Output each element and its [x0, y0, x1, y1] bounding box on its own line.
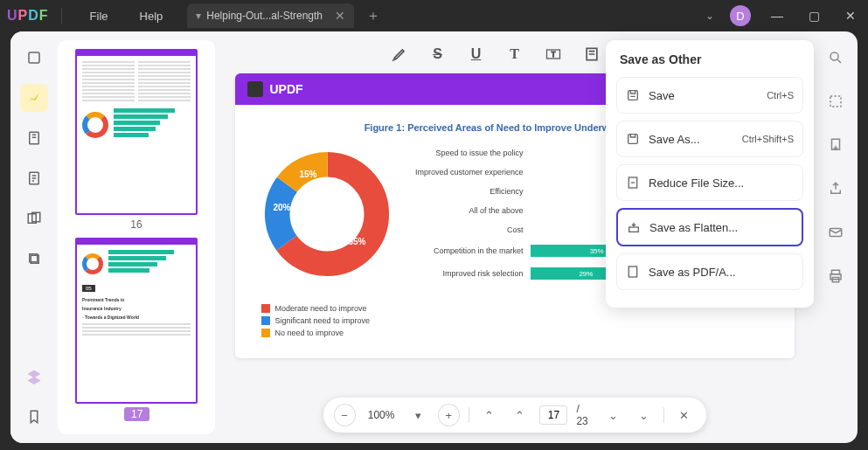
- text-icon[interactable]: T: [506, 45, 524, 63]
- svg-rect-0: [29, 52, 39, 63]
- save-as-other-panel: Save as Other SaveCtrl+S Save As...Ctrl+…: [606, 40, 814, 308]
- page-input[interactable]: [539, 405, 567, 425]
- copy-tool[interactable]: [20, 245, 48, 273]
- save-as-button[interactable]: Save As...Ctrl+Shift+S: [616, 121, 803, 157]
- document-tab[interactable]: ▾ Helping-Out...al-Strength ✕: [187, 3, 354, 28]
- thumbnail-page-16[interactable]: 16: [75, 49, 198, 231]
- last-page-button[interactable]: ⌄: [633, 404, 655, 426]
- save-as-flatten-button[interactable]: Save as Flatten...: [616, 208, 803, 246]
- svg-point-13: [830, 52, 838, 60]
- menu-help[interactable]: Help: [124, 10, 179, 23]
- first-page-button[interactable]: ⌃: [478, 404, 500, 426]
- svg-rect-23: [629, 227, 639, 232]
- prev-page-button[interactable]: ⌃: [509, 404, 531, 426]
- search-icon[interactable]: [822, 44, 850, 72]
- page-total: / 23: [576, 403, 593, 427]
- page-navigation: − 100% ▾ + ⌃ ⌃ / 23 ⌄ ⌄ ✕: [323, 398, 705, 433]
- chart-legend: Moderate need to improve Significant nee…: [261, 304, 768, 337]
- thumbnail-panel[interactable]: 16 05 Prominent Trends in Insurance Indu…: [58, 40, 215, 434]
- save-icon: [626, 88, 640, 102]
- donut-chart: 65% 20% 15%: [261, 149, 392, 280]
- thumbnail-page-17[interactable]: 05 Prominent Trends in Insurance Industr…: [75, 238, 198, 421]
- note-icon[interactable]: [583, 45, 601, 63]
- ocr-icon[interactable]: [822, 87, 850, 115]
- close-button[interactable]: ✕: [840, 9, 861, 23]
- tab-close-icon[interactable]: ✕: [335, 9, 345, 23]
- reduce-file-size-button[interactable]: Reduce File Size...: [616, 164, 803, 201]
- zoom-dropdown[interactable]: ▾: [406, 404, 428, 426]
- layers-tool[interactable]: [20, 363, 48, 391]
- zoom-out-button[interactable]: −: [333, 404, 355, 426]
- highlight-tool[interactable]: [20, 84, 48, 112]
- save-button[interactable]: SaveCtrl+S: [616, 77, 803, 114]
- zoom-value: 100%: [365, 409, 399, 421]
- close-nav-button[interactable]: ✕: [673, 404, 695, 426]
- zoom-in-button[interactable]: +: [438, 404, 460, 426]
- flatten-icon: [627, 220, 641, 234]
- edit-tool[interactable]: [20, 124, 48, 152]
- email-icon[interactable]: [822, 218, 850, 246]
- save-as-pdfa-button[interactable]: Save as PDF/A...: [616, 253, 803, 290]
- organize-tool[interactable]: [20, 164, 48, 192]
- maximize-button[interactable]: ▢: [803, 9, 824, 23]
- app-logo: UPDF: [7, 8, 49, 24]
- convert-icon[interactable]: [822, 131, 850, 159]
- user-avatar[interactable]: D: [730, 5, 751, 26]
- page-tool[interactable]: [20, 204, 48, 232]
- thumbnail-number: 17: [124, 407, 149, 421]
- add-tab-button[interactable]: ＋: [366, 7, 380, 25]
- tab-file-icon: ▾: [196, 10, 201, 22]
- next-page-button[interactable]: ⌄: [602, 404, 624, 426]
- doc-brand: UPDF: [270, 82, 303, 96]
- underline-icon[interactable]: U: [468, 45, 485, 63]
- save-as-icon: [626, 132, 640, 146]
- print-icon[interactable]: [822, 262, 850, 290]
- reader-tool[interactable]: [20, 44, 48, 72]
- strikethrough-icon[interactable]: S: [429, 45, 447, 63]
- bookmark-tool[interactable]: [20, 403, 48, 431]
- svg-rect-21: [628, 135, 638, 144]
- svg-rect-14: [830, 96, 841, 107]
- highlighter-icon[interactable]: [391, 45, 408, 63]
- svg-text:T: T: [551, 50, 555, 59]
- reduce-icon: [626, 176, 640, 190]
- tab-title: Helping-Out...al-Strength: [206, 10, 323, 22]
- pdfa-icon: [626, 265, 640, 279]
- thumbnail-number: 16: [75, 218, 198, 231]
- chevron-down-icon[interactable]: ⌄: [705, 10, 714, 22]
- menu-file[interactable]: File: [74, 10, 124, 23]
- save-panel-title: Save as Other: [616, 51, 803, 68]
- svg-rect-20: [628, 91, 638, 100]
- textbox-icon[interactable]: T: [545, 45, 562, 63]
- svg-rect-24: [628, 267, 636, 277]
- minimize-button[interactable]: —: [767, 9, 788, 23]
- share-icon[interactable]: [822, 175, 850, 203]
